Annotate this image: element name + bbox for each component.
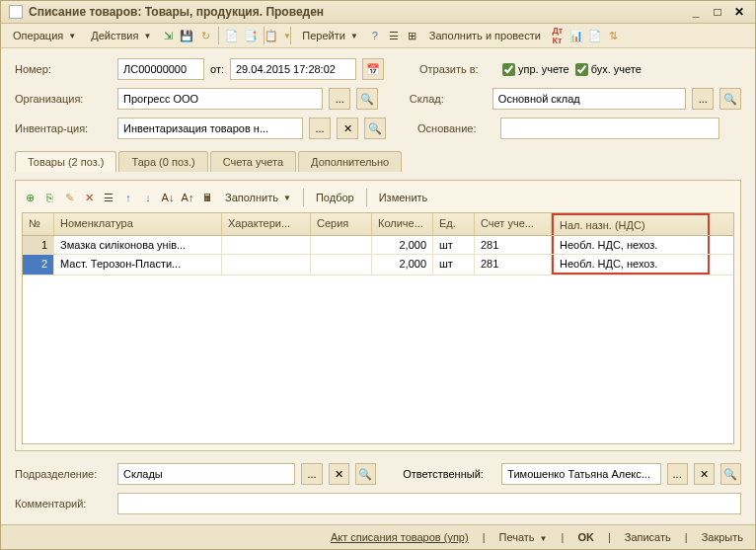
tab-tare[interactable]: Тара (0 поз.)	[118, 151, 207, 172]
warehouse-label: Склад:	[410, 93, 487, 105]
doc-post-icon[interactable]: 📄	[224, 28, 240, 43]
print-icon[interactable]: 📄	[587, 28, 603, 43]
dtct-icon[interactable]: ДтКт	[550, 28, 566, 43]
list-icon[interactable]: ☰	[386, 28, 402, 43]
th-unit[interactable]: Ед.	[433, 213, 475, 235]
date-field[interactable]	[230, 58, 356, 80]
comment-label: Комментарий:	[15, 498, 112, 510]
save-button[interactable]: Записать	[625, 531, 671, 543]
main-toolbar: Операция▼ Действия▼ ⇲ 💾 ↻ 📄 📑 📋▼ Перейти…	[1, 24, 755, 48]
ok-button[interactable]: OK	[577, 531, 594, 543]
goto-menu[interactable]: Перейти▼	[296, 28, 364, 43]
doc-icon	[9, 5, 23, 19]
move-down-icon[interactable]: ↓	[140, 190, 156, 205]
dept-label: Подразделение:	[15, 468, 112, 480]
resp-field[interactable]	[501, 463, 660, 485]
fill-post-button[interactable]: Заполнить и провести	[423, 28, 547, 43]
save-icon[interactable]: 💾	[179, 28, 194, 43]
warehouse-select-button[interactable]: ...	[692, 88, 714, 110]
th-num[interactable]: №	[23, 213, 54, 235]
close-button[interactable]: ✕	[731, 5, 747, 19]
basis-field[interactable]	[500, 118, 719, 139]
basis-label: Основание:	[417, 122, 494, 134]
maximize-button[interactable]: □	[710, 5, 725, 19]
doc-arrow-icon[interactable]: 📑	[243, 28, 259, 43]
select-button[interactable]: Подбор	[310, 190, 360, 205]
cell-qty: 2,000	[372, 255, 433, 275]
tab-extra[interactable]: Дополнительно	[298, 151, 402, 172]
from-label: от:	[210, 63, 224, 75]
tab-panel: ⊕ ⎘ ✎ ✕ ☰ ↑ ↓ A↓ A↑ 🖩 Заполнить▼ Подбор …	[15, 180, 741, 451]
edit-icon[interactable]: ✎	[61, 190, 77, 205]
table-row[interactable]: 2Маст. Терозон-Пласти...2,000шт281Необл.…	[23, 255, 733, 275]
org-search-icon[interactable]: 🔍	[356, 88, 378, 110]
copy-icon[interactable]: ⎘	[41, 190, 57, 205]
dept-clear-icon[interactable]: ✕	[329, 463, 349, 485]
acc-acc-checkbox[interactable]: бух. учете	[575, 63, 642, 76]
date-picker-icon[interactable]: 📅	[362, 58, 384, 80]
org-field[interactable]	[117, 88, 323, 110]
report-icon[interactable]: 📊	[568, 28, 584, 43]
cell-nom: Маст. Терозон-Пласти...	[54, 255, 222, 275]
help-icon[interactable]: ?	[367, 28, 383, 43]
cell-acc: 281	[475, 236, 552, 254]
number-field[interactable]	[117, 58, 204, 80]
add-icon[interactable]: ⊕	[22, 190, 38, 205]
edit-button[interactable]: Изменить	[373, 190, 434, 205]
order-icon[interactable]: ⇅	[606, 28, 622, 43]
sort-desc-icon[interactable]: A↑	[180, 190, 195, 205]
th-char[interactable]: Характери...	[222, 213, 311, 235]
number-label: Номер:	[15, 63, 112, 75]
invent-select-button[interactable]: ...	[309, 118, 331, 139]
table-row[interactable]: 1Змазка силіконова унів...2,000шт281Необ…	[23, 236, 733, 255]
resp-select-button[interactable]: ...	[667, 463, 688, 485]
cell-ser	[311, 255, 372, 275]
dept-select-button[interactable]: ...	[301, 463, 322, 485]
dept-search-icon[interactable]: 🔍	[355, 463, 376, 485]
th-qty[interactable]: Количе...	[372, 213, 433, 235]
warehouse-search-icon[interactable]: 🔍	[719, 88, 741, 110]
footer: Акт списания товаров (упр) | Печать ▼ | …	[1, 524, 755, 549]
calc-icon[interactable]: 🖩	[199, 190, 215, 205]
cell-nom: Змазка силіконова унів...	[54, 236, 222, 254]
tab-accounts[interactable]: Счета учета	[210, 151, 296, 172]
post-icon[interactable]: ⇲	[160, 28, 176, 43]
table-toolbar: ⊕ ⎘ ✎ ✕ ☰ ↑ ↓ A↓ A↑ 🖩 Заполнить▼ Подбор …	[22, 187, 734, 212]
cell-unit: шт	[433, 255, 475, 275]
window-title: Списание товаров: Товары, продукция. Про…	[29, 5, 682, 19]
refresh-icon[interactable]: ↻	[197, 28, 213, 43]
move-up-icon[interactable]: ↑	[120, 190, 136, 205]
actions-menu[interactable]: Действия▼	[85, 28, 157, 43]
th-ser[interactable]: Серия	[311, 213, 372, 235]
tab-goods[interactable]: Товары (2 поз.)	[15, 151, 116, 172]
act-link[interactable]: Акт списания товаров (упр)	[331, 531, 469, 543]
table-header: № Номенклатура Характери... Серия Количе…	[23, 213, 733, 236]
resp-search-icon[interactable]: 🔍	[720, 463, 741, 485]
comment-field[interactable]	[117, 493, 741, 514]
tree-icon[interactable]: ⊞	[405, 28, 420, 43]
titlebar: Списание товаров: Товары, продукция. Про…	[1, 1, 755, 24]
based-on-icon[interactable]: 📋▼	[269, 28, 285, 43]
mgmt-acc-checkbox[interactable]: упр. учете	[502, 63, 569, 76]
fill-menu[interactable]: Заполнить▼	[219, 190, 297, 205]
org-select-button[interactable]: ...	[329, 88, 350, 110]
th-vat[interactable]: Нал. назн. (НДС)	[552, 213, 710, 235]
close-link[interactable]: Закрыть	[702, 531, 743, 543]
resp-clear-icon[interactable]: ✕	[694, 463, 715, 485]
th-nom[interactable]: Номенклатура	[54, 213, 222, 235]
operation-menu[interactable]: Операция▼	[7, 28, 82, 43]
table-list-icon[interactable]: ☰	[101, 190, 116, 205]
warehouse-field[interactable]	[492, 88, 686, 110]
sort-asc-icon[interactable]: A↓	[160, 190, 176, 205]
print-link[interactable]: Печать ▼	[499, 531, 548, 543]
invent-field[interactable]	[117, 118, 303, 139]
delete-icon[interactable]: ✕	[81, 190, 97, 205]
minimize-button[interactable]: _	[688, 5, 704, 19]
invent-search-icon[interactable]: 🔍	[364, 118, 386, 139]
th-acc[interactable]: Счет уче...	[475, 213, 552, 235]
invent-clear-icon[interactable]: ✕	[337, 118, 358, 139]
invent-label: Инвентар-ция:	[15, 122, 112, 134]
cell-qty: 2,000	[372, 236, 433, 254]
dept-field[interactable]	[117, 463, 295, 485]
org-label: Организация:	[15, 93, 112, 105]
